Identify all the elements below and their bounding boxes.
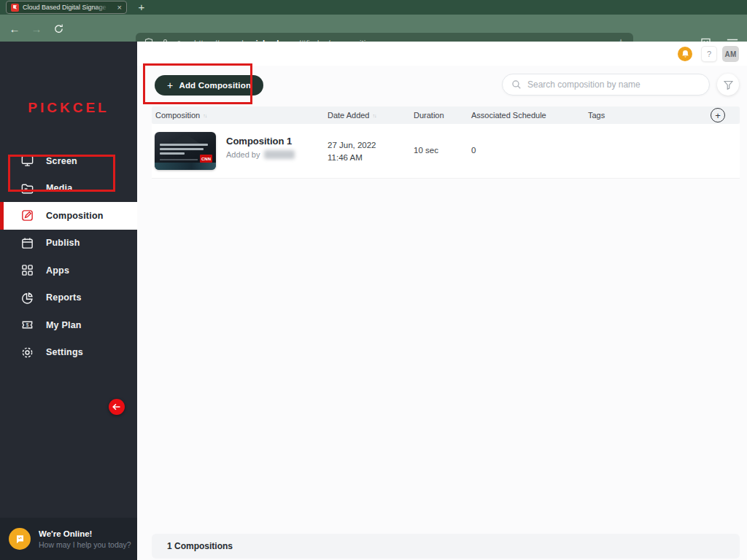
reports-pie-icon bbox=[20, 291, 34, 305]
composition-name[interactable]: Composition 1 bbox=[226, 136, 292, 147]
column-duration: Duration bbox=[414, 106, 444, 124]
bell-icon bbox=[681, 50, 689, 58]
notification-bell-button[interactable] bbox=[678, 47, 692, 61]
column-composition[interactable]: Composition↑↓ bbox=[155, 106, 206, 124]
chat-widget[interactable]: We're Online! How may I help you today? bbox=[0, 518, 137, 560]
filter-funnel-icon bbox=[723, 79, 734, 90]
chat-status: We're Online! bbox=[39, 529, 131, 538]
cnn-logo-badge: CNN bbox=[200, 155, 212, 163]
tab-close-icon[interactable]: × bbox=[117, 4, 122, 12]
sidebar-item-media[interactable]: Media bbox=[0, 175, 137, 203]
column-tags: Tags bbox=[588, 106, 605, 124]
reload-button[interactable] bbox=[50, 20, 67, 37]
sidebar-item-composition[interactable]: Composition bbox=[0, 202, 137, 230]
screen-icon bbox=[20, 154, 34, 168]
apps-grid-icon bbox=[20, 263, 34, 277]
search-input[interactable] bbox=[527, 79, 700, 90]
chat-greeting: How may I help you today? bbox=[39, 540, 131, 549]
settings-gear-icon bbox=[20, 346, 34, 359]
duration-cell: 10 sec bbox=[414, 146, 438, 155]
list-footer: 1 Compositions bbox=[152, 534, 740, 559]
redacted-username bbox=[264, 150, 295, 159]
sidebar-item-reports[interactable]: Reports bbox=[0, 284, 137, 312]
arrow-left-icon bbox=[112, 403, 121, 411]
filter-button[interactable] bbox=[717, 74, 739, 96]
tab-title: Cloud Based Digital Signage Pro bbox=[23, 4, 109, 11]
sidebar-item-settings[interactable]: Settings bbox=[0, 339, 137, 367]
sort-icon[interactable]: ↑↓ bbox=[373, 113, 376, 118]
browser-tab[interactable]: Cloud Based Digital Signage Pro × bbox=[6, 1, 127, 14]
search-icon bbox=[511, 79, 522, 90]
composition-edit-icon bbox=[20, 209, 34, 222]
publish-calendar-icon bbox=[20, 236, 34, 250]
svg-text:$: $ bbox=[26, 322, 29, 327]
table-row[interactable]: CNN Composition 1 Added by 27 Jun, 2022 … bbox=[152, 124, 740, 179]
user-avatar[interactable]: AM bbox=[722, 46, 739, 62]
chat-bubble-icon[interactable] bbox=[9, 528, 31, 550]
sidebar-item-publish[interactable]: Publish bbox=[0, 230, 137, 257]
browser-toolbar: ← → https://console.pickcel.com/#/index/… bbox=[0, 15, 747, 42]
composition-count: 1 Compositions bbox=[167, 541, 233, 551]
sidebar-nav: Screen Media Composition Publish Apps Re… bbox=[0, 147, 137, 366]
added-by: Added by bbox=[226, 150, 295, 159]
sidebar-item-screen[interactable]: Screen bbox=[0, 147, 137, 175]
sidebar-item-my-plan[interactable]: $ My Plan bbox=[0, 311, 137, 339]
sort-icon[interactable]: ↑↓ bbox=[203, 113, 206, 118]
browser-window: Cloud Based Digital Signage Pro × + ← → … bbox=[0, 0, 747, 560]
pickcel-logo: PICKCEL bbox=[0, 100, 137, 116]
schedule-count-cell: 0 bbox=[471, 146, 476, 155]
new-tab-button[interactable]: + bbox=[136, 1, 147, 13]
date-added-cell: 27 Jun, 2022 11:46 AM bbox=[328, 139, 376, 164]
browser-tabbar: Cloud Based Digital Signage Pro × + bbox=[0, 0, 747, 15]
back-button[interactable]: ← bbox=[6, 20, 23, 37]
composition-thumbnail[interactable]: CNN bbox=[155, 132, 216, 170]
media-folder-icon bbox=[20, 182, 34, 195]
column-associated-schedule: Associated Schedule bbox=[471, 106, 546, 124]
help-button[interactable]: ? bbox=[701, 46, 717, 62]
plan-ticket-icon: $ bbox=[20, 318, 34, 332]
sidebar: PICKCEL Screen Media Composition Publish… bbox=[0, 42, 137, 560]
sidebar-item-apps[interactable]: Apps bbox=[0, 257, 137, 284]
app-header bbox=[137, 42, 747, 66]
plus-icon: + bbox=[167, 79, 173, 91]
table-header: Composition↑↓ Date Added↑↓ Duration Asso… bbox=[152, 106, 740, 124]
search-bar[interactable] bbox=[502, 74, 710, 96]
sidebar-collapse-button[interactable] bbox=[109, 399, 125, 415]
pickcel-favicon-icon bbox=[11, 4, 19, 12]
forward-button: → bbox=[28, 20, 45, 37]
add-row-button[interactable]: + bbox=[711, 108, 725, 122]
column-date-added[interactable]: Date Added↑↓ bbox=[328, 106, 376, 124]
add-composition-button[interactable]: + Add Composition bbox=[155, 75, 263, 96]
